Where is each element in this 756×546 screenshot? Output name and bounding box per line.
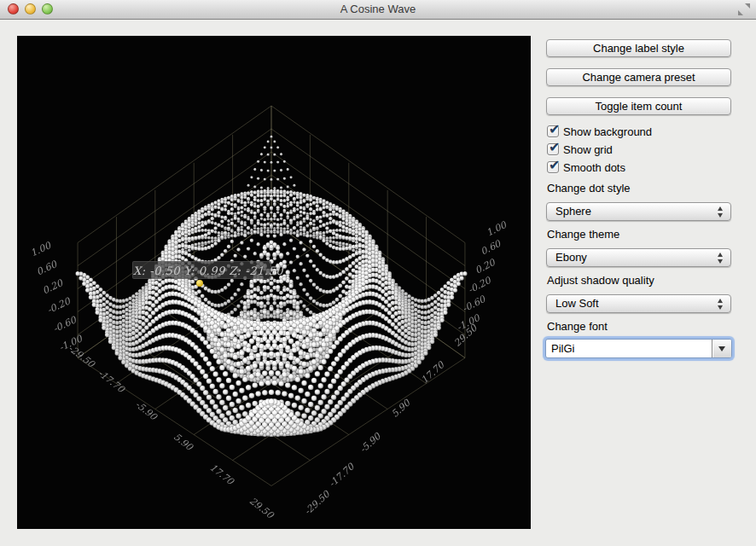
checkbox[interactable]: ✔	[547, 161, 559, 173]
toggle-item-count-button[interactable]: Toggle item count	[546, 97, 731, 115]
checkbox-label: Show grid	[563, 142, 613, 157]
shadow-quality-select[interactable]: Low Soft	[546, 294, 731, 313]
font-combobox[interactable]: PilGi	[545, 339, 732, 358]
stepper-arrows-icon	[718, 299, 724, 310]
checkbox[interactable]: ✔	[547, 125, 559, 137]
window-titlebar: A Cosine Wave	[0, 0, 756, 20]
scatter-3d-view: X: -0.50 Y: 0.99 Z: -21.50	[17, 36, 531, 529]
dot-style-select[interactable]: Sphere	[546, 202, 731, 221]
stepper-arrows-icon	[718, 206, 724, 218]
app-window: A Cosine Wave X: -0.50 Y: 0.99 Z: -21.50…	[0, 0, 756, 546]
font-label: Change font	[547, 320, 608, 333]
change-camera-preset-button[interactable]: Change camera preset	[546, 68, 731, 86]
dropdown-arrow-icon	[718, 346, 725, 351]
scatter-canvas[interactable]	[17, 36, 531, 529]
selection-tooltip: X: -0.50 Y: 0.99 Z: -21.50	[132, 261, 271, 279]
checkmark-icon: ✔	[549, 121, 560, 137]
checkmark-icon: ✔	[549, 139, 560, 155]
change-label-style-button[interactable]: Change label style	[546, 39, 731, 57]
shadow-quality-value: Low Soft	[555, 297, 599, 310]
window-title: A Cosine Wave	[0, 0, 756, 19]
checkbox-label: Smooth dots	[563, 160, 625, 175]
theme-select[interactable]: Ebony	[546, 248, 731, 267]
shadow-quality-label: Adjust shadow quality	[547, 274, 654, 287]
dot-style-value: Sphere	[555, 205, 591, 218]
selected-point-marker[interactable]	[196, 280, 203, 287]
font-combobox-input[interactable]: PilGi	[546, 340, 712, 357]
checkbox[interactable]: ✔	[547, 143, 559, 155]
fullscreen-icon[interactable]	[738, 3, 750, 15]
font-combobox-dropdown-button[interactable]	[713, 340, 731, 357]
stepper-arrows-icon	[718, 253, 724, 264]
theme-label: Change theme	[547, 228, 619, 241]
dot-style-label: Change dot style	[547, 182, 631, 195]
checkbox-label: Show background	[563, 125, 652, 139]
checkmark-icon: ✔	[549, 157, 560, 173]
theme-value: Ebony	[555, 251, 587, 264]
